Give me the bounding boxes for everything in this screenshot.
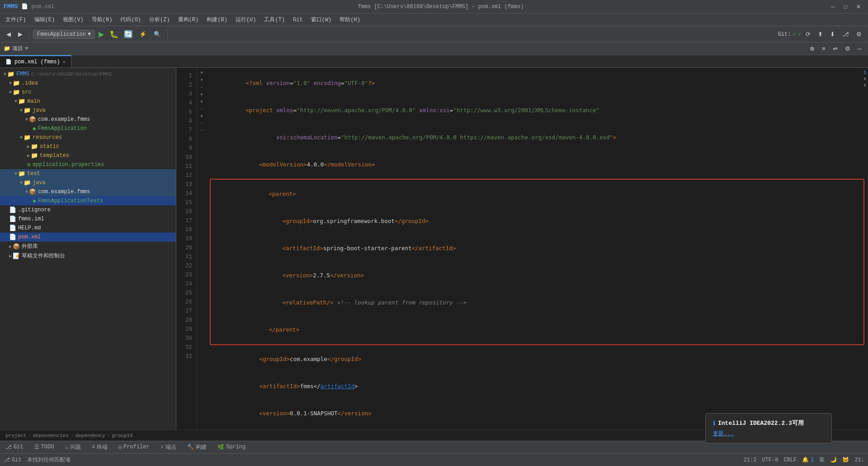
- tab-pom-xml[interactable]: 📄 pom.xml (fmms) ✕: [0, 55, 71, 67]
- menu-code[interactable]: 代码(O): [117, 14, 145, 25]
- lang-status[interactable]: 英: [819, 456, 825, 464]
- tree-item-java-main[interactable]: ▼ 📁 java: [0, 106, 176, 115]
- git-sync-icon[interactable]: ✓: [798, 31, 801, 38]
- tree-item-idea[interactable]: ▼ 📁 .idea: [0, 79, 176, 88]
- window-controls[interactable]: ─ □ ✕: [827, 3, 864, 11]
- menu-run[interactable]: 运行(U): [232, 14, 260, 25]
- dropdown-arrow[interactable]: ▼: [25, 45, 28, 52]
- menu-view[interactable]: 视图(V): [59, 14, 87, 25]
- menu-git[interactable]: Git: [289, 15, 307, 24]
- tab-problems[interactable]: ⚠ 问题: [59, 441, 86, 453]
- tree-item-static[interactable]: ▶ 📁 static: [0, 142, 176, 151]
- static-label: static: [40, 143, 59, 150]
- linesep-status[interactable]: CRLF: [783, 457, 797, 463]
- collapse-all-button[interactable]: ≡: [819, 43, 828, 54]
- tree-item-src[interactable]: ▼ 📁 src: [0, 88, 176, 97]
- code-content[interactable]: <?xml version="1.0" encoding="UTF-8"?> <…: [206, 68, 868, 430]
- minimize-button[interactable]: ─: [827, 3, 839, 11]
- search-everywhere[interactable]: 🔍: [151, 29, 164, 39]
- menu-tools[interactable]: 工具(T): [260, 14, 288, 25]
- tree-item-fmms[interactable]: ▼ 📁 FMMS C:\Users\86188\Desktop\FMMS: [0, 70, 176, 79]
- tree-item-main[interactable]: ▼ 📁 main: [0, 97, 176, 106]
- tree-item-gitignore[interactable]: 📄 .gitignore: [0, 205, 176, 214]
- tab-terminal[interactable]: ≡ 终端: [86, 441, 113, 453]
- tree-item-external-libs[interactable]: ▶ 📦 外部库: [0, 242, 176, 251]
- menu-edit[interactable]: 编辑(E): [31, 14, 59, 25]
- notification-link[interactable]: 更新...: [713, 431, 734, 437]
- fold-marker-19[interactable]: ▼: [197, 91, 206, 99]
- git-branch-button[interactable]: ⎇: [840, 29, 852, 39]
- git-more-button[interactable]: ⚙: [854, 29, 864, 39]
- tab-git[interactable]: ⎇ Git: [0, 441, 29, 453]
- project-label: 项目: [12, 45, 23, 52]
- fold-marker-28[interactable]: ─: [197, 120, 206, 128]
- close-button[interactable]: ✕: [853, 3, 864, 11]
- back-button[interactable]: ◀: [4, 29, 14, 39]
- menu-analyze[interactable]: 分析(Z): [146, 14, 174, 25]
- line-col-status[interactable]: 21:2: [744, 457, 757, 463]
- dark-mode-icon[interactable]: 🌙: [830, 456, 837, 463]
- add-file-button[interactable]: ⊕: [807, 43, 817, 54]
- cat-icon[interactable]: 🐱: [842, 456, 849, 463]
- breadcrumb-groupid[interactable]: groupId: [112, 433, 132, 438]
- tree-item-package-main[interactable]: ▼ 📦 com.example.fmms: [0, 115, 176, 124]
- tab-profiler[interactable]: ◎ Profiler: [113, 441, 155, 453]
- close-tab-button[interactable]: ✕: [63, 59, 66, 65]
- fold-marker-20[interactable]: ▼: [197, 99, 206, 106]
- tree-item-resources[interactable]: ▼ 📁 resources: [0, 133, 176, 142]
- tree-item-scratch[interactable]: ▶ 📝 草稿文件和控制台: [0, 251, 176, 261]
- coverage-button[interactable]: 🔄: [122, 29, 135, 39]
- package-main-label: com.example.fmms: [38, 116, 90, 123]
- breadcrumb-dependency[interactable]: dependency: [75, 433, 105, 438]
- run-config-selector[interactable]: FmmsApplication ▼: [33, 30, 95, 39]
- tree-item-templates[interactable]: ▶ 📁 templates: [0, 151, 176, 160]
- fold-marker-5[interactable]: ▼: [197, 77, 206, 84]
- git-status[interactable]: ⎇ Git: [4, 456, 22, 463]
- hide-button[interactable]: ─: [855, 43, 864, 54]
- tree-item-java-test[interactable]: ▼ 📁 java: [0, 178, 176, 187]
- project-toolbar: 📁 项目 ▼ ⊕ ≡ ⇌ ⚙ ─: [0, 43, 868, 55]
- link-artifact-id[interactable]: artifactId: [321, 383, 354, 390]
- tree-item-test[interactable]: ▼ 📁 test: [0, 169, 176, 178]
- tree-item-fmms-iml[interactable]: 📄 fmms.iml: [0, 214, 176, 223]
- git-history-button[interactable]: ⟳: [803, 29, 813, 39]
- indicator-down[interactable]: ∨: [863, 82, 866, 88]
- tab-build[interactable]: 🔨 构建: [182, 441, 212, 453]
- tree-item-pom-xml[interactable]: 📄 pom.xml: [0, 233, 176, 242]
- indicator-up[interactable]: ∧: [863, 76, 866, 81]
- menu-build[interactable]: 构建(B): [203, 14, 231, 25]
- menu-nav[interactable]: 导航(N): [88, 14, 116, 25]
- tree-item-help[interactable]: 📄 HELP.md: [0, 223, 176, 233]
- maximize-button[interactable]: □: [840, 3, 851, 11]
- git-check-icon[interactable]: ✓: [793, 31, 796, 38]
- breadcrumb-project[interactable]: project: [5, 433, 26, 438]
- tab-endpoints[interactable]: ⚡ 端点: [155, 441, 182, 453]
- encoding-status[interactable]: UTF-8: [762, 457, 778, 463]
- more-run-button[interactable]: ⚡: [137, 29, 149, 39]
- tree-item-fmms-tests[interactable]: ◆ FmmsApplicationTests: [0, 196, 176, 205]
- forward-button[interactable]: ▶: [15, 29, 25, 39]
- run-button[interactable]: ▶: [97, 29, 106, 39]
- fold-marker-24[interactable]: ▼: [197, 113, 206, 120]
- git-pull-button[interactable]: ⬇: [827, 29, 838, 39]
- indicator-count[interactable]: 1: [863, 70, 867, 75]
- tab-todo[interactable]: ☰ TODO: [29, 441, 60, 453]
- menu-refactor[interactable]: 重构(R): [175, 14, 203, 25]
- settings-button[interactable]: ⚙: [842, 43, 853, 54]
- fold-marker-2[interactable]: ▼: [197, 70, 206, 77]
- tree-item-app-props[interactable]: ⚙ application.properties: [0, 160, 176, 169]
- fold-marker-30[interactable]: ─: [197, 128, 206, 135]
- menu-help[interactable]: 帮助(H): [336, 14, 364, 25]
- fold-marker-23[interactable]: ─: [197, 106, 206, 113]
- git-push-button[interactable]: ⬆: [815, 29, 826, 39]
- tree-item-fmms-app[interactable]: ◆ FmmsApplication: [0, 124, 176, 133]
- debug-button[interactable]: 🐛: [108, 29, 120, 39]
- sync-button[interactable]: ⇌: [830, 43, 840, 54]
- menu-file[interactable]: 文件(F): [2, 14, 30, 25]
- notification-badge[interactable]: 🔔 1: [802, 456, 814, 463]
- breadcrumb-dependencies[interactable]: dependencies: [33, 433, 69, 438]
- fold-marker-10[interactable]: ─: [197, 84, 206, 91]
- menu-window[interactable]: 窗口(W): [307, 14, 335, 25]
- tree-item-package-test[interactable]: ▼ 📦 com.example.fmms: [0, 187, 176, 196]
- tab-spring[interactable]: 🌿 Spring: [212, 441, 251, 453]
